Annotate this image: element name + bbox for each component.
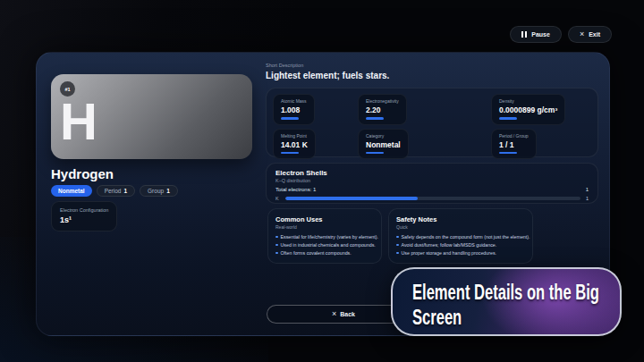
list-item-text: Essential for life/chemistry (varies by … xyxy=(281,234,379,240)
exit-icon: × xyxy=(580,30,584,38)
element-name: Hydrogen xyxy=(51,166,114,181)
stat-value: 1.008 xyxy=(281,105,307,114)
caption-text: Element Details on the Big Screen xyxy=(412,280,622,330)
shell-row-k: K 1 xyxy=(275,196,589,201)
bullet-icon xyxy=(275,236,278,239)
safety-notes-card: Safety Notes Quick Safety depends on the… xyxy=(388,208,533,264)
period-badge: Period 1 xyxy=(97,185,135,197)
bullet-icon xyxy=(396,236,399,239)
stat-accent-bar xyxy=(281,117,299,120)
list-item-text: Used in industrial chemicals and compoun… xyxy=(281,242,376,248)
group-value: 1 xyxy=(166,188,170,194)
safety-notes-subtitle: Quick xyxy=(396,224,525,230)
electron-shells-title: Electron Shells xyxy=(275,169,589,177)
shell-progress-fill xyxy=(285,197,418,200)
pause-button-label: Pause xyxy=(531,31,550,38)
stat-accent-bar xyxy=(499,117,517,120)
list-item-text: Use proper storage and handling procedur… xyxy=(402,250,497,256)
bullet-icon xyxy=(396,244,399,247)
back-button-label: Back xyxy=(340,311,355,317)
stat-accent-bar xyxy=(499,152,517,155)
stat-value: 2.20 xyxy=(366,105,399,114)
stat-accent-bar xyxy=(366,152,384,155)
common-uses-card: Common Uses Real-world Essential for lif… xyxy=(267,208,382,264)
list-item-text: Avoid dust/fumes; follow lab/MSDS guidan… xyxy=(402,242,497,248)
common-uses-title: Common Uses xyxy=(275,215,374,223)
electron-shells-section: Electron Shells K–Q distribution Total e… xyxy=(266,163,598,204)
pause-icon xyxy=(521,31,523,38)
safety-notes-list: Safety depends on the compound form (not… xyxy=(396,234,525,256)
total-electrons-label: Total electrons: 1 xyxy=(275,187,316,192)
total-electrons-value: 1 xyxy=(586,187,589,192)
stat-label: Density xyxy=(499,98,557,104)
safety-notes-title: Safety Notes xyxy=(396,215,525,223)
stat-label: Electronegativity xyxy=(366,98,399,104)
shell-count: 1 xyxy=(586,196,589,201)
list-item: Used in industrial chemicals and compoun… xyxy=(275,242,374,248)
exit-button-label: Exit xyxy=(589,31,600,38)
stat-tile-period-group: Period / Group 1 / 1 xyxy=(491,129,537,160)
stat-value: 0.0000899 g/cm³ xyxy=(499,105,557,114)
electron-configuration-box: Electron Configuration 1s¹ xyxy=(51,201,117,232)
list-item: Essential for life/chemistry (varies by … xyxy=(275,234,374,240)
list-item: Avoid dust/fumes; follow lab/MSDS guidan… xyxy=(396,242,525,248)
stat-label: Category xyxy=(366,133,401,139)
caption-banner: Element Details on the Big Screen xyxy=(391,267,622,336)
stat-tile-electronegativity: Electronegativity 2.20 xyxy=(358,94,407,125)
stat-tile-melting-point: Melting Point 14.01 K xyxy=(273,129,316,160)
back-icon: × xyxy=(332,310,336,318)
stat-label: Melting Point xyxy=(281,133,308,139)
stats-grid: Atomic Mass 1.008 Electronegativity 2.20… xyxy=(266,88,598,157)
stat-tile-density: Density 0.0000899 g/cm³ xyxy=(491,94,565,125)
group-label: Group xyxy=(148,188,164,194)
period-label: Period xyxy=(105,188,122,194)
common-uses-subtitle: Real-world xyxy=(275,224,374,230)
stat-accent-bar xyxy=(281,152,299,155)
stat-label: Atomic Mass xyxy=(281,98,307,104)
group-badge: Group 1 xyxy=(140,185,178,197)
list-item: Use proper storage and handling procedur… xyxy=(396,250,525,256)
bullet-icon xyxy=(275,252,278,255)
element-badge-row: Nonmetal Period 1 Group 1 xyxy=(51,185,178,197)
stat-value: 1 / 1 xyxy=(499,140,529,149)
short-description-text: Lightest element; fuels stars. xyxy=(266,71,389,80)
category-badge: Nonmetal xyxy=(51,185,92,197)
shell-progress-track xyxy=(285,197,580,200)
electron-configuration-label: Electron Configuration xyxy=(60,207,108,213)
bullet-icon xyxy=(396,252,399,255)
stat-value: 14.01 K xyxy=(281,140,308,149)
shell-letter: K xyxy=(275,196,280,201)
short-description-label: Short Description xyxy=(266,63,303,68)
list-item-text: Safety depends on the compound form (not… xyxy=(402,234,530,240)
stat-label: Period / Group xyxy=(499,133,529,139)
exit-button[interactable]: × Exit xyxy=(568,26,612,43)
stat-tile-category: Category Nonmetal xyxy=(358,129,409,160)
element-tile: #1 H xyxy=(51,74,252,159)
list-item: Safety depends on the compound form (not… xyxy=(396,234,525,240)
electron-configuration-value: 1s¹ xyxy=(60,215,108,224)
period-value: 1 xyxy=(123,188,127,194)
common-uses-list: Essential for life/chemistry (varies by … xyxy=(275,234,374,256)
list-item-text: Often forms covalent compounds. xyxy=(281,250,352,256)
list-item: Often forms covalent compounds. xyxy=(275,250,374,256)
bullet-icon xyxy=(275,244,278,247)
electron-shells-total-row: Total electrons: 1 1 xyxy=(275,187,589,192)
stat-tile-atomic-mass: Atomic Mass 1.008 xyxy=(273,94,315,125)
electron-shells-subtitle: K–Q distribution xyxy=(275,178,589,183)
topbar: Pause × Exit xyxy=(510,26,612,43)
stat-value: Nonmetal xyxy=(366,140,401,149)
pause-button[interactable]: Pause xyxy=(510,26,562,43)
stat-accent-bar xyxy=(366,117,384,120)
element-symbol: H xyxy=(60,96,97,147)
